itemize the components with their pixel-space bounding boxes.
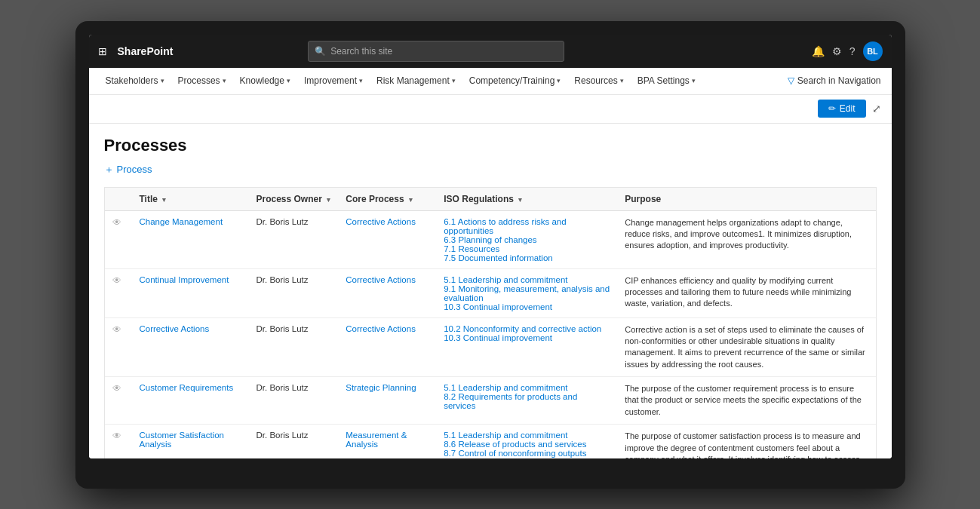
iso-regulations: 5.1 Leadership and commitment8.2 Require… — [436, 377, 617, 425]
table-row: 👁Continual ImprovementDr. Boris LutzCorr… — [105, 268, 876, 317]
process-purpose: Corrective action is a set of steps used… — [617, 317, 875, 377]
process-purpose: The purpose of the customer requirement … — [617, 377, 875, 425]
table-header-row: Title ▾ Process Owner ▾ Core Process ▾ — [105, 188, 876, 211]
sort-icon: ▾ — [409, 196, 413, 204]
avatar[interactable]: BL — [863, 41, 883, 61]
row-eye-icon[interactable]: 👁 — [112, 275, 124, 286]
nav-item-risk[interactable]: Risk Management ▾ — [370, 72, 462, 89]
process-title-link[interactable]: Customer Requirements — [140, 383, 234, 392]
process-owner: Dr. Boris Lutz — [249, 377, 339, 425]
nav-item-bpa[interactable]: BPA Settings ▾ — [631, 72, 702, 89]
row-eye-icon[interactable]: 👁 — [112, 324, 124, 335]
core-process-link[interactable]: Strategic Planning — [346, 383, 416, 392]
iso-regulations: 5.1 Leadership and commitment8.6 Release… — [436, 425, 617, 458]
table-row: 👁Customer Satisfaction AnalysisDr. Boris… — [105, 425, 876, 458]
table-row: 👁Corrective ActionsDr. Boris LutzCorrect… — [105, 317, 876, 377]
iso-link[interactable]: 5.1 Leadership and commitment — [444, 383, 567, 392]
row-eye-icon[interactable]: 👁 — [112, 431, 124, 441]
iso-link[interactable]: 5.1 Leadership and commitment — [444, 275, 567, 284]
chevron-icon: ▾ — [287, 77, 290, 84]
table-row: 👁Customer RequirementsDr. Boris LutzStra… — [105, 377, 876, 425]
row-eye-icon[interactable]: 👁 — [112, 217, 124, 228]
col-iso[interactable]: ISO Regulations ▾ — [436, 188, 617, 211]
iso-link[interactable]: 6.3 Planning of changes — [444, 235, 536, 244]
chevron-icon: ▾ — [620, 77, 624, 84]
iso-link[interactable]: 5.1 Leadership and commitment — [444, 431, 567, 440]
nav-bar: Stakeholders ▾ Processes ▾ Knowledge ▾ I… — [89, 68, 892, 95]
process-owner: Dr. Boris Lutz — [249, 317, 339, 377]
plus-icon: ＋ — [104, 163, 114, 176]
nav-search[interactable]: ▽ Search in Navigation — [788, 75, 881, 86]
toolbar: ✏ Edit ⤢ — [89, 95, 892, 124]
iso-regulations: 5.1 Leadership and commitment9.1 Monitor… — [436, 268, 617, 317]
iso-link[interactable]: 10.2 Nonconformity and corrective action — [444, 324, 601, 333]
process-title-link[interactable]: Change Management — [140, 217, 223, 226]
col-purpose: Purpose — [617, 188, 875, 211]
iso-link[interactable]: 6.1 Actions to address risks and opportu… — [444, 217, 566, 235]
edit-button[interactable]: ✏ Edit — [818, 100, 866, 118]
nav-item-processes[interactable]: Processes ▾ — [172, 72, 232, 89]
waffle-icon[interactable]: ⊞ — [98, 45, 107, 57]
chevron-icon: ▾ — [223, 77, 226, 84]
chevron-icon: ▾ — [692, 77, 696, 84]
iso-link[interactable]: 10.3 Continual improvement — [444, 333, 552, 342]
nav-item-competency[interactable]: Competency/Training ▾ — [463, 72, 567, 89]
table-row: 👁Change ManagementDr. Boris LutzCorrecti… — [105, 210, 876, 268]
top-bar: ⊞ SharePoint 🔍 🔔 ⚙ ? BL — [89, 35, 892, 68]
process-owner: Dr. Boris Lutz — [249, 268, 339, 317]
process-title-link[interactable]: Customer Satisfaction Analysis — [140, 431, 225, 449]
sort-icon: ▾ — [327, 196, 330, 204]
core-process-link[interactable]: Corrective Actions — [346, 275, 416, 284]
iso-regulations: 6.1 Actions to address risks and opportu… — [436, 210, 617, 268]
iso-link[interactable]: 8.2 Requirements for products and servic… — [444, 392, 577, 410]
edit-icon: ✏ — [828, 103, 836, 114]
col-eye — [105, 188, 132, 211]
iso-link[interactable]: 7.1 Resources — [444, 244, 499, 253]
sort-icon: ▾ — [162, 196, 166, 204]
help-icon[interactable]: ? — [849, 45, 856, 57]
expand-icon[interactable]: ⤢ — [872, 103, 881, 115]
add-process-button[interactable]: ＋ Process — [104, 163, 877, 176]
top-bar-icons: 🔔 ⚙ ? BL — [812, 41, 883, 61]
process-purpose: CIP enhances efficiency and quality by m… — [617, 268, 875, 317]
page-title: Processes — [104, 136, 877, 155]
iso-regulations: 10.2 Nonconformity and corrective action… — [436, 317, 617, 377]
nav-item-knowledge[interactable]: Knowledge ▾ — [234, 72, 296, 89]
search-input[interactable] — [330, 46, 558, 57]
col-title[interactable]: Title ▾ — [132, 188, 249, 211]
col-owner[interactable]: Process Owner ▾ — [249, 188, 339, 211]
processes-table: Title ▾ Process Owner ▾ Core Process ▾ — [104, 187, 877, 458]
chevron-icon: ▾ — [557, 77, 561, 84]
chevron-icon: ▾ — [359, 77, 363, 84]
process-owner: Dr. Boris Lutz — [249, 425, 339, 458]
process-title-link[interactable]: Continual Improvement — [140, 275, 229, 284]
search-icon: 🔍 — [315, 46, 326, 57]
iso-link[interactable]: 8.6 Release of products and services — [444, 440, 586, 449]
search-box[interactable]: 🔍 — [308, 41, 564, 62]
iso-link[interactable]: 9.1 Monitoring, measurement, analysis an… — [444, 284, 610, 302]
chevron-icon: ▾ — [161, 77, 164, 84]
nav-item-resources[interactable]: Resources ▾ — [568, 72, 629, 89]
main-content: Processes ＋ Process Title ▾ — [89, 124, 892, 458]
sort-icon: ▾ — [518, 196, 522, 204]
col-core[interactable]: Core Process ▾ — [338, 188, 436, 211]
process-title-link[interactable]: Corrective Actions — [140, 324, 210, 333]
core-process-link[interactable]: Corrective Actions — [346, 217, 416, 226]
nav-item-improvement[interactable]: Improvement ▾ — [298, 72, 369, 89]
process-owner: Dr. Boris Lutz — [249, 210, 339, 268]
row-eye-icon[interactable]: 👁 — [112, 383, 124, 394]
notification-icon[interactable]: 🔔 — [812, 45, 825, 57]
process-purpose: Change management helps organizations ad… — [617, 210, 875, 268]
app-name: SharePoint — [118, 45, 174, 57]
nav-item-stakeholders[interactable]: Stakeholders ▾ — [100, 72, 171, 89]
chevron-icon: ▾ — [452, 77, 456, 84]
settings-icon[interactable]: ⚙ — [832, 45, 842, 57]
iso-link[interactable]: 8.7 Control of nonconforming outputs — [444, 449, 586, 458]
core-process-link[interactable]: Corrective Actions — [346, 324, 416, 333]
process-purpose: The purpose of customer satisfaction pro… — [617, 425, 875, 458]
iso-link[interactable]: 10.3 Continual improvement — [444, 302, 552, 311]
core-process-link[interactable]: Measurement & Analysis — [346, 431, 407, 449]
iso-link[interactable]: 7.5 Documented information — [444, 253, 552, 262]
filter-icon: ▽ — [788, 75, 794, 86]
